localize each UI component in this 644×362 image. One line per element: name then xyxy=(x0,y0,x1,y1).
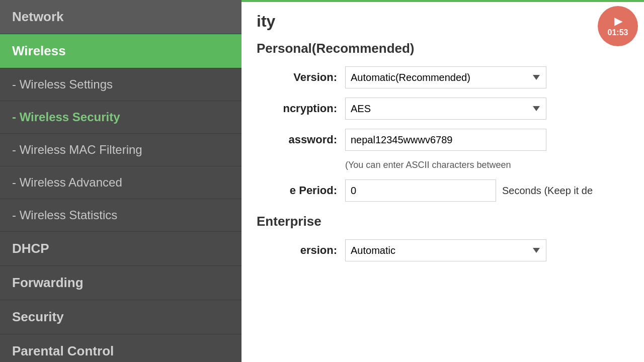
version-select[interactable]: Automatic(Recommended)WPAWPA2 xyxy=(345,66,546,88)
password-label: assword: xyxy=(257,133,337,146)
sidebar-item-forwarding[interactable]: Forwarding xyxy=(0,266,242,300)
password-row: assword: xyxy=(257,129,629,151)
sidebar-item-security[interactable]: Security xyxy=(0,300,242,334)
main-content: ity Personal(Recommended) Version: Autom… xyxy=(242,0,644,362)
encryption-label: ncryption: xyxy=(257,102,337,115)
sidebar: NetworkWireless- Wireless Settings- Wire… xyxy=(0,0,242,362)
renewal-hint: Seconds (Keep it de xyxy=(502,185,593,197)
sidebar-label-wireless-settings: - Wireless Settings xyxy=(12,77,113,92)
sidebar-item-wireless-statistics[interactable]: - Wireless Statistics xyxy=(0,199,242,232)
password-hint: (You can enter ASCII characters between xyxy=(345,160,629,170)
sidebar-label-forwarding: Forwarding xyxy=(12,275,84,291)
renewal-row: e Period: Seconds (Keep it de xyxy=(257,179,629,202)
sidebar-label-dhcp: DHCP xyxy=(12,241,49,256)
sidebar-label-wireless-mac-filtering: - Wireless MAC Filtering xyxy=(12,143,142,157)
version-row: Version: Automatic(Recommended)WPAWPA2 xyxy=(257,66,629,88)
sidebar-item-parental-control[interactable]: Parental Control xyxy=(0,334,242,362)
version2-row: ersion: Automatic xyxy=(257,239,629,261)
password-input[interactable] xyxy=(345,129,546,151)
sidebar-item-network[interactable]: Network xyxy=(0,0,242,34)
sidebar-label-parental-control: Parental Control xyxy=(12,343,114,359)
sidebar-label-wireless-security: - Wireless Security xyxy=(12,110,120,124)
version-label: Version: xyxy=(257,71,337,84)
section1-heading: Personal(Recommended) xyxy=(257,41,629,56)
sidebar-label-wireless-advanced: - Wireless Advanced xyxy=(12,175,122,190)
renewal-input[interactable] xyxy=(345,179,496,202)
page-title: ity xyxy=(257,12,629,31)
version2-label: ersion: xyxy=(257,244,337,257)
timer-icon: ▶ xyxy=(614,15,622,27)
timer-time: 01:53 xyxy=(608,28,628,37)
sidebar-label-security: Security xyxy=(12,309,64,325)
encryption-row: ncryption: AESTKIPAES/TKIP xyxy=(257,98,629,120)
sidebar-item-dhcp[interactable]: DHCP xyxy=(0,232,242,266)
sidebar-label-wireless: Wireless xyxy=(12,43,66,59)
sidebar-item-wireless-advanced[interactable]: - Wireless Advanced xyxy=(0,166,242,199)
sidebar-label-network: Network xyxy=(12,9,64,25)
renewal-label: e Period: xyxy=(257,184,337,197)
sidebar-item-wireless-settings[interactable]: - Wireless Settings xyxy=(0,68,242,101)
section2-heading: Enterprise xyxy=(257,214,629,229)
version2-select[interactable]: Automatic xyxy=(345,239,546,261)
sidebar-item-wireless-security[interactable]: - Wireless Security xyxy=(0,101,242,134)
sidebar-item-wireless[interactable]: Wireless xyxy=(0,34,242,68)
encryption-select[interactable]: AESTKIPAES/TKIP xyxy=(345,98,546,120)
sidebar-label-wireless-statistics: - Wireless Statistics xyxy=(12,208,117,222)
sidebar-item-wireless-mac-filtering[interactable]: - Wireless MAC Filtering xyxy=(0,134,242,166)
timer-badge: ▶ 01:53 xyxy=(598,6,638,46)
